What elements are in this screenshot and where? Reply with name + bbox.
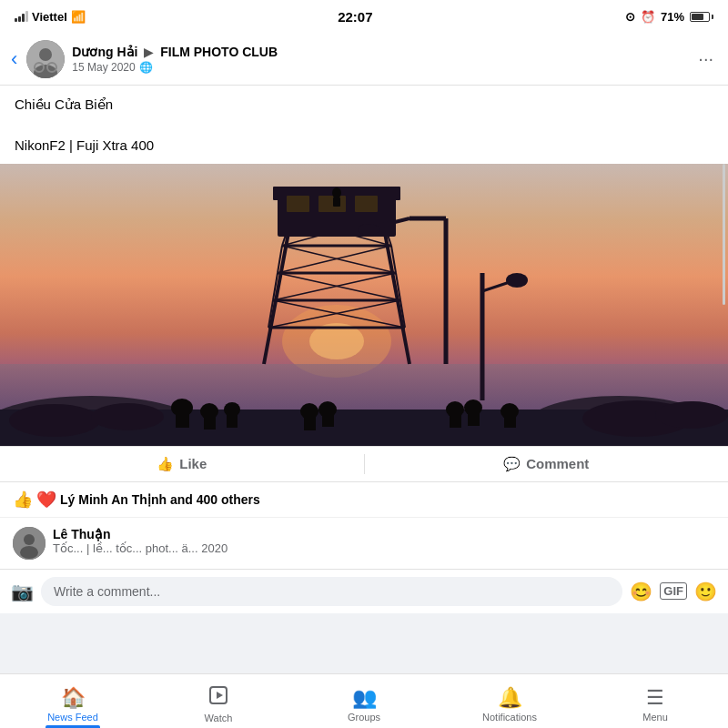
love-reaction-icon: ❤️ <box>36 490 56 510</box>
svg-rect-62 <box>468 410 480 426</box>
status-bar: Viettel 📶 22:07 ⊙ ⏰ 71% <box>0 0 728 33</box>
camera-button[interactable]: 📷 <box>11 581 34 602</box>
post-text-line1: Chiều Cửa Biển <box>15 95 713 116</box>
svg-rect-58 <box>322 411 334 427</box>
svg-rect-56 <box>304 414 316 430</box>
watch-icon <box>207 684 229 711</box>
author-name: Dương Hải <box>72 45 137 59</box>
reactions-row: 👍 ❤️ Lý Minh An Thịnh and 400 others <box>0 482 728 518</box>
nav-header: ‹ Dương Hải ▶ FILM PHOTO CLUB 15 May 202… <box>0 33 728 86</box>
like-button[interactable]: 👍 Like <box>0 447 364 481</box>
home-icon: 🏠 <box>61 686 86 710</box>
svg-rect-50 <box>176 410 189 428</box>
svg-rect-41 <box>333 197 340 207</box>
screen-record-icon: ⊙ <box>625 10 635 24</box>
svg-marker-73 <box>217 692 223 699</box>
svg-point-45 <box>358 224 379 235</box>
svg-point-66 <box>91 403 164 430</box>
carrier-name: Viettel <box>32 10 67 24</box>
post-date: 15 May 2020 🌐 <box>72 61 694 74</box>
news-feed-label: News Feed <box>47 712 98 723</box>
commenter-avatar <box>13 527 46 560</box>
status-left: Viettel 📶 <box>15 10 86 24</box>
watch-label: Watch <box>205 713 233 723</box>
groups-label: Groups <box>348 712 380 723</box>
arrow-icon: ▶ <box>144 45 157 59</box>
svg-rect-54 <box>227 411 238 428</box>
comment-body: Lê Thuận Tốc... | lề... tốc... phot... ä… <box>53 527 715 555</box>
post-actions: 👍 Like 💬 Comment <box>0 446 728 482</box>
status-time: 22:07 <box>338 9 372 25</box>
notifications-label: Notifications <box>482 712 537 723</box>
svg-rect-38 <box>318 196 346 212</box>
like-icon: 👍 <box>157 456 174 472</box>
svg-rect-52 <box>204 413 216 430</box>
reactions-count: Lý Minh An Thịnh and 400 others <box>60 492 260 507</box>
svg-rect-60 <box>450 411 461 428</box>
svg-rect-37 <box>287 196 309 212</box>
bottom-nav: 🏠 News Feed Watch 👥 Groups 🔔 Notificatio… <box>0 673 728 728</box>
post-author: Dương Hải ▶ FILM PHOTO CLUB <box>72 44 694 60</box>
svg-rect-39 <box>355 196 378 212</box>
comment-input-row: 📷 Write a comment... 😊 GIF 🙂 <box>0 569 728 613</box>
svg-point-65 <box>9 404 100 437</box>
nav-item-notifications[interactable]: 🔔 Notifications <box>437 674 582 728</box>
battery-percent: 71% <box>661 10 684 24</box>
back-button[interactable]: ‹ <box>11 47 17 71</box>
more-options-button[interactable]: ··· <box>694 48 717 69</box>
globe-icon: 🌐 <box>139 61 153 74</box>
svg-point-40 <box>332 187 341 198</box>
comment-emoji-row: 😊 GIF 🙂 <box>630 581 717 602</box>
scroll-indicator <box>723 164 725 305</box>
wifi-icon: 📶 <box>71 10 86 24</box>
post-meta: Dương Hải ▶ FILM PHOTO CLUB 15 May 2020 … <box>72 44 694 73</box>
alarm-icon: ⏰ <box>641 10 655 24</box>
svg-point-48 <box>506 273 528 288</box>
signal-icon <box>15 11 28 22</box>
avatar <box>26 40 65 78</box>
sticker-button[interactable]: 😊 <box>630 581 652 602</box>
menu-label: Menu <box>642 712 668 723</box>
like-label: Like <box>179 456 207 471</box>
nav-item-watch[interactable]: Watch <box>146 674 291 728</box>
post-text-line2: NikonF2 | Fuji Xtra 400 <box>15 136 713 157</box>
comment-icon: 💬 <box>503 456 521 472</box>
svg-rect-64 <box>504 413 516 428</box>
post-content: Chiều Cửa Biển NikonF2 | Fuji Xtra 400 <box>0 86 728 569</box>
svg-point-70 <box>24 534 35 545</box>
comment-button[interactable]: 💬 Comment <box>365 447 729 481</box>
comment-text: Tốc... | lề... tốc... phot... ä... 2020 <box>53 541 715 555</box>
post-image <box>0 164 728 446</box>
emoji-button[interactable]: 🙂 <box>694 581 717 602</box>
nav-item-menu[interactable]: ☰ Menu <box>582 674 728 728</box>
comment-preview: Lê Thuận Tốc... | lề... tốc... phot... ä… <box>0 518 728 569</box>
comment-input[interactable]: Write a comment... <box>41 577 622 606</box>
nav-item-groups[interactable]: 👥 Groups <box>291 674 437 728</box>
menu-icon: ☰ <box>646 686 664 710</box>
notifications-icon: 🔔 <box>498 686 522 710</box>
nav-item-news-feed[interactable]: 🏠 News Feed <box>0 674 146 728</box>
avatar-image <box>26 40 65 78</box>
post-text: Chiều Cửa Biển NikonF2 | Fuji Xtra 400 <box>0 86 728 164</box>
svg-point-68 <box>655 401 728 429</box>
like-reaction-icon: 👍 <box>13 490 33 510</box>
battery-icon <box>690 12 713 22</box>
svg-point-71 <box>20 546 38 559</box>
groups-icon: 👥 <box>352 686 377 710</box>
commenter-name: Lê Thuận <box>53 527 715 541</box>
gif-button[interactable]: GIF <box>660 582 687 600</box>
group-name: FILM PHOTO CLUB <box>160 45 278 59</box>
comment-label: Comment <box>526 456 589 471</box>
status-right: ⊙ ⏰ 71% <box>625 10 713 24</box>
svg-point-1 <box>39 48 52 61</box>
